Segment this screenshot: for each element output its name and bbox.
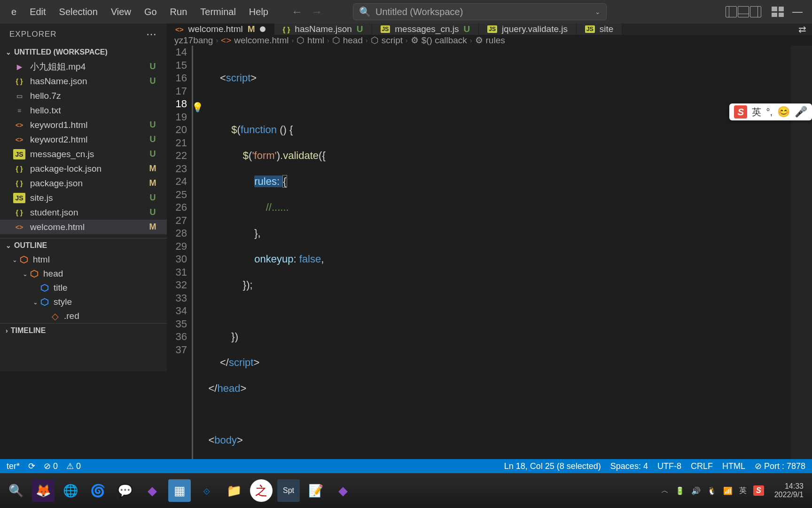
ime-lang[interactable]: 英	[752, 106, 761, 119]
toggle-panel-icon[interactable]	[738, 6, 749, 17]
tray-battery-icon[interactable]: 🔋	[675, 486, 685, 495]
tray-ime-lang[interactable]: 英	[739, 486, 747, 496]
outline-item[interactable]: ⌄ style	[0, 295, 167, 309]
taskbar-clock[interactable]: 14:33 2022/9/1	[774, 482, 804, 499]
menu-go[interactable]: Go	[138, 4, 164, 20]
breadcrumb-icon: ⬡	[332, 35, 340, 46]
file-row[interactable]: ▭ hello.7z	[0, 88, 167, 103]
file-7z-icon: ▭	[13, 91, 25, 101]
menu-help[interactable]: Help	[242, 4, 275, 20]
breadcrumb-item[interactable]: ⚙rules	[475, 35, 505, 46]
sb-cursor[interactable]: Ln 18, Col 25 (8 selected)	[504, 461, 601, 471]
tab-compare-icon[interactable]: ⇄	[798, 24, 806, 35]
file-row[interactable]: { } hasName.json U	[0, 74, 167, 88]
tab-name: site	[600, 24, 614, 34]
tb-vs2-icon[interactable]: ◆	[332, 479, 354, 502]
code-content[interactable]: 💡 <script> $(function () { $('form').val…	[193, 46, 812, 508]
file-row[interactable]: { } package.json M	[0, 176, 167, 190]
breadcrumb-item[interactable]: yz17bang	[174, 35, 213, 46]
customize-layout-icon[interactable]	[772, 7, 784, 17]
editor-tab[interactable]: JS site	[577, 24, 622, 35]
toggle-primary-sidebar-icon[interactable]	[726, 6, 737, 17]
tb-edge-icon[interactable]: 🌀	[86, 479, 109, 502]
tray-qq-icon[interactable]: 🐧	[707, 486, 717, 495]
breadcrumb-item[interactable]: <>welcome.html	[221, 35, 289, 46]
file-status: U	[148, 149, 157, 159]
sb-lang[interactable]: HTML	[722, 461, 745, 471]
sb-spaces[interactable]: Spaces: 4	[610, 461, 648, 471]
editor-tabs: <> welcome.html M { } hasName.json U JS …	[167, 24, 812, 35]
file-row[interactable]: ≡ hello.txt	[0, 103, 167, 118]
editor-tab[interactable]: JS messages_cn.js U	[372, 24, 479, 35]
ime-mic-icon[interactable]: 🎤	[795, 106, 807, 118]
editor-tab[interactable]: JS jquery.validate.js	[479, 24, 577, 35]
ime-toolbar[interactable]: S 英 °, 😊 🎤	[729, 103, 812, 120]
tb-spt-icon[interactable]: Spt	[277, 479, 300, 502]
file-row[interactable]: JS messages_cn.js U	[0, 147, 167, 161]
editor-tab[interactable]: <> welcome.html M	[167, 24, 274, 35]
explorer-more-icon[interactable]: ⋯	[146, 28, 157, 40]
breadcrumb[interactable]: yz17bang›<>welcome.html›⬡html›⬡head›⬡scr…	[167, 35, 812, 46]
file-row[interactable]: ▶ 小九姐姐.mp4 U	[0, 59, 167, 74]
tb-chrome-icon[interactable]: 🌐	[59, 479, 82, 502]
menubar: e Edit Selection View Go Run Terminal He…	[0, 0, 812, 24]
chevron-down-icon: ⌄	[6, 48, 11, 56]
menu-terminal[interactable]: Terminal	[194, 4, 242, 20]
menu-selection[interactable]: Selection	[53, 4, 104, 20]
command-center[interactable]: 🔍 Untitled (Workspace) ⌄	[353, 3, 607, 20]
file-row[interactable]: <> welcome.html M	[0, 220, 167, 234]
tb-explorer-icon[interactable]: 📁	[223, 479, 245, 502]
breadcrumb-item[interactable]: ⬡script	[371, 35, 403, 46]
editor-tab[interactable]: { } hasName.json U	[274, 24, 372, 35]
timeline-header[interactable]: › TIMELINE	[0, 323, 167, 338]
tb-wechat-icon[interactable]: 💬	[114, 479, 136, 502]
file-row[interactable]: { } package-lock.json M	[0, 161, 167, 176]
file-row[interactable]: <> keyword1.html U	[0, 118, 167, 132]
sb-errors[interactable]: ⊘ 0	[44, 461, 58, 471]
menu-view[interactable]: View	[104, 4, 138, 20]
tray-volume-icon[interactable]: 🔊	[691, 486, 701, 495]
tb-notes-icon[interactable]: 📝	[304, 479, 327, 502]
tb-vs-icon[interactable]: ◆	[141, 479, 164, 502]
file-row[interactable]: <> keyword2.html U	[0, 132, 167, 147]
tb-vscode-icon[interactable]: ⟐	[195, 479, 218, 502]
sb-port[interactable]: ⊘ Port : 7878	[755, 461, 805, 471]
file-js-icon: JS	[13, 149, 25, 159]
tb-app2-icon[interactable]: 之	[250, 479, 273, 502]
sb-branch[interactable]: ter*	[7, 461, 20, 471]
menu-edit[interactable]: Edit	[23, 4, 52, 20]
nav-back-icon[interactable]: ←	[289, 4, 305, 20]
tray-up-icon[interactable]: ︿	[661, 486, 669, 496]
sb-sync-icon[interactable]: ⟳	[28, 461, 35, 471]
breadcrumb-item[interactable]: ⚙$() callback	[411, 35, 467, 46]
outline-item[interactable]: ⌄ head	[0, 267, 167, 281]
sb-warnings[interactable]: ⚠ 0	[66, 461, 81, 471]
ime-comma-icon[interactable]: °,	[766, 107, 773, 118]
sb-encoding[interactable]: UTF-8	[657, 461, 681, 471]
nav-forward-icon[interactable]: →	[309, 4, 325, 20]
outline-item[interactable]: title	[0, 281, 167, 295]
breadcrumb-item[interactable]: ⬡head	[332, 35, 363, 46]
tray-sogou-icon[interactable]: S	[753, 485, 764, 496]
tb-search-icon[interactable]: 🔍	[5, 479, 27, 502]
breadcrumb-item[interactable]: ⬡html	[297, 35, 324, 46]
file-row[interactable]: { } student.json U	[0, 205, 167, 220]
code-area[interactable]: 1415161718192021222324252627282930313233…	[167, 46, 812, 508]
menu-file[interactable]: e	[5, 4, 23, 20]
file-row[interactable]: JS site.js U	[0, 190, 167, 205]
workspace-header[interactable]: ⌄ UNTITLED (WORKSPACE)	[0, 45, 167, 59]
lightbulb-icon[interactable]: 💡	[193, 101, 203, 114]
tb-firefox-icon[interactable]: 🦊	[32, 479, 55, 502]
toggle-secondary-sidebar-icon[interactable]	[750, 6, 761, 17]
sb-eol[interactable]: CRLF	[691, 461, 713, 471]
window-minimize-icon[interactable]: —	[788, 6, 807, 18]
ime-emoji-icon[interactable]: 😊	[777, 106, 790, 118]
menu-run[interactable]: Run	[164, 4, 194, 20]
outline-item[interactable]: ◇ .red	[0, 309, 167, 323]
outline-item[interactable]: ⌄ html	[0, 253, 167, 267]
windows-taskbar: 🔍 🦊 🌐 🌀 💬 ◆ ▦ ⟐ 📁 之 Spt 📝 ◆ ︿ 🔋 🔊 🐧 📶 英 …	[0, 473, 812, 508]
breadcrumb-label: rules	[486, 35, 505, 46]
outline-header[interactable]: ⌄ OUTLINE	[0, 238, 167, 253]
tb-app1-icon[interactable]: ▦	[168, 479, 191, 502]
tray-wifi-icon[interactable]: 📶	[723, 486, 733, 495]
